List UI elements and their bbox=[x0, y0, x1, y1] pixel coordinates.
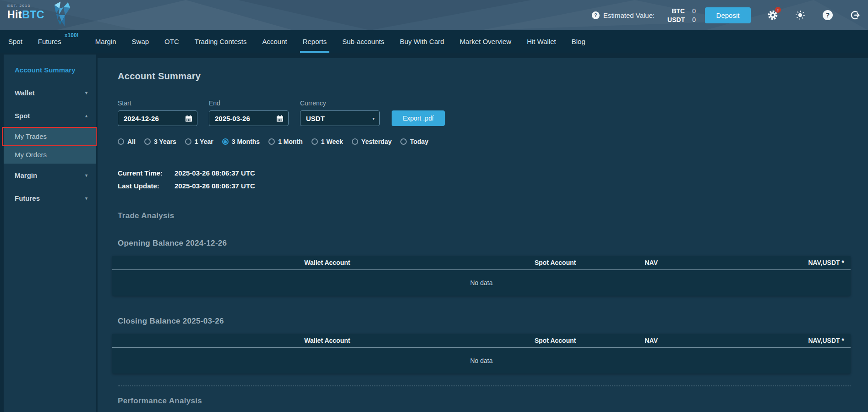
radio-label: All bbox=[127, 138, 136, 145]
sidebar-item-label: Account Summary bbox=[15, 66, 76, 74]
col-spot-account: Spot Account bbox=[496, 337, 614, 344]
nav-label: Account bbox=[262, 38, 287, 45]
estimated-value-help-icon[interactable]: ? bbox=[592, 11, 600, 19]
end-date-input[interactable]: 2025-03-26 bbox=[209, 110, 289, 126]
nav-item-reports[interactable]: Reports bbox=[303, 30, 327, 53]
sidebar-item-futures[interactable]: Futures ▾ bbox=[4, 187, 96, 209]
export-pdf-button[interactable]: Export .pdf bbox=[392, 110, 445, 126]
radio-1-week[interactable]: 1 Week bbox=[311, 138, 343, 145]
radio-1-month[interactable]: 1 Month bbox=[268, 138, 303, 145]
nav-label: Hit Wallet bbox=[527, 38, 556, 45]
radio-circle bbox=[222, 138, 229, 145]
nav-item-buy-with-card[interactable]: Buy With Card bbox=[400, 30, 444, 53]
nav-item-account[interactable]: Account bbox=[262, 30, 287, 53]
main-nav: Spot Futuresx100! Margin Swap OTC Tradin… bbox=[0, 30, 868, 53]
radio-3-months[interactable]: 3 Months bbox=[222, 138, 260, 145]
sidebar-item-label: Spot bbox=[15, 112, 30, 120]
nav-item-blog[interactable]: Blog bbox=[572, 30, 585, 53]
end-date-group: End 2025-03-26 bbox=[209, 99, 289, 126]
page-title: Account Summary bbox=[118, 71, 851, 82]
balance-value: 0 bbox=[692, 16, 696, 23]
bull-logo-icon bbox=[46, 1, 74, 28]
nav-item-hit-wallet[interactable]: Hit Wallet bbox=[527, 30, 556, 53]
calendar-icon bbox=[276, 115, 284, 122]
start-date-value: 2024-12-26 bbox=[124, 115, 159, 122]
nav-label: Blog bbox=[572, 38, 585, 45]
help-icon[interactable]: ? bbox=[822, 10, 833, 21]
table-header-row: Wallet Account Spot Account NAV NAV,USDT… bbox=[112, 256, 851, 270]
nav-label: Futures bbox=[38, 38, 61, 45]
notification-badge: ! bbox=[775, 7, 781, 13]
currency-select[interactable]: USDT ▾ bbox=[300, 110, 380, 126]
nav-item-market-overview[interactable]: Market Overview bbox=[460, 30, 512, 53]
start-date-input[interactable]: 2024-12-26 bbox=[118, 110, 197, 126]
trade-analysis-heading: Trade Analysis bbox=[118, 211, 851, 220]
filters-row: Start 2024-12-26 End 2025-03-26 bbox=[118, 99, 851, 126]
radio-3-years[interactable]: 3 Years bbox=[144, 138, 176, 145]
closing-balance-table: Wallet Account Spot Account NAV NAV,USDT… bbox=[112, 334, 851, 374]
sidebar-item-label: My Orders bbox=[15, 151, 47, 159]
nav-item-otc[interactable]: OTC bbox=[164, 30, 179, 53]
reports-sidebar: Account Summary Wallet ▾ Spot ▴ My Trade… bbox=[4, 55, 96, 412]
nav-item-margin[interactable]: Margin bbox=[95, 30, 116, 53]
chevron-down-icon: ▾ bbox=[85, 173, 87, 178]
radio-circle bbox=[185, 138, 191, 145]
nav-label: Margin bbox=[95, 38, 116, 45]
sidebar-item-wallet[interactable]: Wallet ▾ bbox=[4, 81, 96, 104]
account-summary-panel: Account Summary Start 2024-12-26 End 202… bbox=[98, 58, 868, 412]
end-date-value: 2025-03-26 bbox=[215, 115, 250, 122]
banner-polygon bbox=[238, 0, 531, 30]
col-nav-usdt: NAV,USDT * bbox=[688, 337, 851, 344]
radio-today[interactable]: Today bbox=[400, 138, 428, 145]
sidebar-item-spot[interactable]: Spot ▴ bbox=[4, 104, 96, 127]
current-time-row: Current Time: 2025-03-26 08:06:37 UTC bbox=[118, 166, 851, 179]
chevron-down-icon: ▾ bbox=[85, 90, 87, 95]
sidebar-item-label: Margin bbox=[15, 171, 37, 179]
currency-label: Currency bbox=[300, 99, 380, 107]
chevron-down-icon: ▾ bbox=[85, 196, 87, 201]
logout-icon[interactable] bbox=[850, 10, 861, 21]
nav-label: Spot bbox=[8, 38, 22, 45]
radio-label: 1 Year bbox=[195, 138, 213, 145]
radio-yesterday[interactable]: Yesterday bbox=[352, 138, 392, 145]
nav-label: Trading Contests bbox=[195, 38, 247, 45]
sidebar-item-account-summary[interactable]: Account Summary bbox=[4, 58, 96, 81]
logo-est-text: EST. 2013 bbox=[7, 4, 44, 8]
nav-item-swap[interactable]: Swap bbox=[132, 30, 149, 53]
settings-gear-icon[interactable]: ! bbox=[767, 10, 778, 21]
radio-label: Yesterday bbox=[361, 138, 392, 145]
sidebar-item-label: My Trades bbox=[15, 132, 47, 140]
start-date-group: Start 2024-12-26 bbox=[118, 99, 197, 126]
sidebar-item-my-trades[interactable]: My Trades bbox=[4, 127, 96, 145]
hitbtc-logo[interactable]: EST. 2013 HitBTC bbox=[7, 4, 44, 21]
estimated-value-label: Estimated Value: bbox=[603, 11, 655, 19]
radio-1-year[interactable]: 1 Year bbox=[185, 138, 213, 145]
theme-toggle-sun-icon[interactable] bbox=[795, 10, 806, 21]
nav-label: Swap bbox=[132, 38, 149, 45]
top-banner: EST. 2013 HitBTC ? Estimated Value: BTC … bbox=[0, 0, 868, 30]
col-nav: NAV bbox=[614, 259, 688, 266]
banner-right-cluster: ? Estimated Value: BTC 0 USDT 0 Deposit … bbox=[592, 0, 861, 30]
nav-item-spot[interactable]: Spot bbox=[8, 30, 22, 53]
sidebar-item-label: Wallet bbox=[15, 89, 35, 97]
col-wallet-account: Wallet Account bbox=[112, 259, 496, 266]
radio-circle bbox=[144, 138, 151, 145]
balance-value: 0 bbox=[692, 7, 696, 15]
radio-label: Today bbox=[410, 138, 428, 145]
time-info: Current Time: 2025-03-26 08:06:37 UTC La… bbox=[118, 166, 851, 192]
nav-item-futures[interactable]: Futuresx100! bbox=[38, 30, 61, 53]
radio-all[interactable]: All bbox=[118, 138, 136, 145]
radio-circle bbox=[311, 138, 318, 145]
sidebar-item-margin[interactable]: Margin ▾ bbox=[4, 164, 96, 187]
nav-item-trading-contests[interactable]: Trading Contests bbox=[195, 30, 247, 53]
deposit-button[interactable]: Deposit bbox=[705, 7, 751, 23]
performance-analysis-heading: Performance Analysis bbox=[118, 396, 851, 406]
nav-item-sub-accounts[interactable]: Sub-accounts bbox=[342, 30, 384, 53]
sidebar-item-my-orders[interactable]: My Orders bbox=[4, 145, 96, 164]
last-update-row: Last Update: 2025-03-26 08:06:37 UTC bbox=[118, 179, 851, 192]
nav-label: Reports bbox=[303, 38, 327, 45]
logo-brand-text: HitBTC bbox=[7, 9, 44, 21]
current-time-value: 2025-03-26 08:06:37 UTC bbox=[175, 169, 255, 177]
radio-circle bbox=[400, 138, 407, 145]
last-update-label: Last Update: bbox=[118, 182, 169, 190]
